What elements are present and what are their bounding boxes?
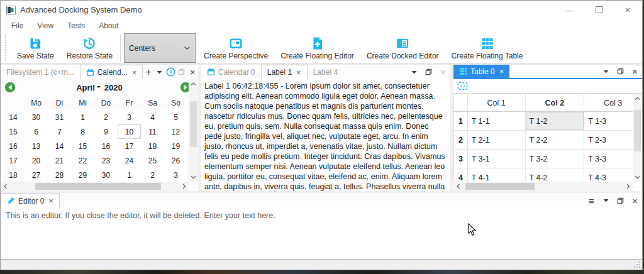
calendar-day-28[interactable]: 28	[48, 168, 71, 182]
row-header-3[interactable]: 3	[454, 150, 468, 168]
calendar-day-24[interactable]: 24	[118, 153, 141, 168]
close-tab-icon[interactable]: ×	[296, 68, 301, 77]
scrollbar-thumb[interactable]	[35, 183, 161, 190]
calendar-day-12[interactable]: 12	[164, 124, 187, 139]
perspective-select[interactable]: Centers	[124, 33, 196, 63]
resize-grip[interactable]	[633, 260, 641, 268]
calendar-dock-tab-filesystem-1-c-m[interactable]: Filesystem 1 (c+m...	[1, 65, 80, 79]
menu-file[interactable]: File	[6, 20, 29, 31]
calendar-day-30[interactable]: 30	[94, 168, 118, 182]
calendar-day-23[interactable]: 23	[94, 153, 118, 168]
calendar-horizontal-scrollbar[interactable]	[1, 182, 189, 191]
calendar-day-7[interactable]: 7	[48, 124, 71, 139]
calendar-day-25[interactable]: 25	[141, 153, 164, 168]
table-cell-t-3-2[interactable]: T 3-2	[525, 150, 584, 168]
create-perspective-button[interactable]: Create Perspective	[197, 33, 274, 63]
close-tab-icon[interactable]: ×	[132, 68, 137, 77]
close-button[interactable]: ×	[613, 1, 642, 19]
calendar-day-30[interactable]: 30	[25, 110, 48, 124]
label-dock-tab-label-1[interactable]: Label 1×	[261, 65, 308, 79]
data-table[interactable]: Col 1Col 2Col 3 1T 1-1T 1-2T 1-32T 2-1T …	[453, 94, 642, 187]
table-cell-t-2-1[interactable]: T 2-1	[467, 131, 525, 150]
prev-month-button[interactable]	[4, 82, 16, 93]
calendar-day-16[interactable]: 16	[94, 139, 118, 153]
close-tab-icon[interactable]: ×	[48, 196, 53, 206]
close-dock-button[interactable]: ×	[187, 65, 198, 79]
calendar-day-9[interactable]: 9	[94, 124, 118, 139]
editor-dock-tab-editor-0[interactable]: Editor 0×	[1, 193, 60, 208]
row-header-2[interactable]: 2	[454, 131, 468, 150]
table-cell-t-3-1[interactable]: T 3-1	[467, 150, 525, 168]
float-dock-button[interactable]	[613, 65, 628, 78]
calendar-year[interactable]: 2020	[104, 83, 123, 92]
calendar-day-13[interactable]: 13	[25, 139, 48, 153]
select-cells-icon[interactable]	[457, 82, 468, 90]
create-floating-editor-button[interactable]: Create Floating Editor	[274, 33, 360, 63]
menu-about[interactable]: About	[93, 20, 124, 31]
table-dock-tab-table-0[interactable]: Table 0×	[453, 65, 509, 78]
calendar-day-11[interactable]: 11	[141, 124, 164, 139]
scroll-right-icon[interactable]	[179, 182, 189, 191]
calendar-day-18[interactable]: 18	[141, 139, 164, 153]
scroll-left-icon[interactable]	[453, 182, 463, 191]
scroll-down-icon[interactable]	[189, 172, 198, 182]
help-button[interactable]: ?	[165, 65, 176, 79]
table-horizontal-scrollbar[interactable]	[453, 182, 633, 191]
editor-textarea[interactable]: This is an editor. If you close the edit…	[1, 208, 642, 259]
float-dock-button[interactable]	[421, 65, 436, 79]
calendar-vertical-scrollbar[interactable]	[189, 79, 198, 182]
calendar-day-26[interactable]: 26	[164, 153, 187, 168]
calendar-day-2[interactable]: 2	[141, 168, 164, 182]
scrollbar-thumb[interactable]	[190, 101, 197, 147]
calendar-day-21[interactable]: 21	[48, 153, 71, 168]
scroll-right-icon[interactable]	[623, 182, 633, 191]
menu-view[interactable]: View	[31, 20, 59, 31]
calendar-day-15[interactable]: 15	[71, 139, 94, 153]
calendar-day-10[interactable]: 10	[118, 124, 141, 139]
create-docked-editor-button[interactable]: Create Docked Editor	[360, 33, 445, 63]
create-floating-table-button[interactable]: Create Floating Table	[445, 33, 530, 63]
table-vertical-scrollbar[interactable]	[633, 94, 642, 182]
tabs-menu-button[interactable]	[407, 65, 421, 79]
scroll-up-icon[interactable]	[189, 79, 198, 89]
calendar-day-22[interactable]: 22	[71, 153, 94, 168]
table-cell-t-2-2[interactable]: T 2-2	[525, 131, 584, 150]
calendar-day-1[interactable]: 1	[118, 168, 141, 182]
toolbar-grip[interactable]	[5, 35, 9, 61]
calendar-day-27[interactable]: 27	[25, 168, 48, 182]
calendar-day-1[interactable]: 1	[71, 110, 94, 124]
scroll-left-icon[interactable]	[1, 182, 10, 191]
calendar-dock-tab-calend[interactable]: Calend...×	[80, 65, 143, 79]
close-dock-button[interactable]: ×	[628, 193, 642, 208]
scroll-down-icon[interactable]	[633, 172, 642, 182]
calendar-day-3[interactable]: 3	[118, 110, 141, 124]
close-tab-icon[interactable]: ×	[499, 67, 504, 76]
row-header-1[interactable]: 1	[454, 112, 468, 131]
column-header-col-1[interactable]: Col 1	[467, 94, 525, 112]
calendar-day-19[interactable]: 19	[164, 139, 187, 153]
calendar-day-8[interactable]: 8	[71, 124, 94, 139]
tabs-menu-button[interactable]	[599, 193, 613, 208]
label-dock-tab-label-4[interactable]: Label 4	[308, 65, 343, 79]
float-dock-button[interactable]	[176, 65, 187, 79]
restore-state-button[interactable]: Restore State	[60, 33, 119, 63]
close-dock-button[interactable]: ×	[436, 65, 450, 79]
calendar-month-year[interactable]: April2020	[1, 83, 198, 92]
dock-menu-button[interactable]: ≡	[584, 193, 599, 208]
menu-tests[interactable]: Tests	[62, 20, 91, 31]
scroll-up-icon[interactable]	[633, 94, 642, 103]
table-cell-t-1-2[interactable]: T 1-2	[525, 112, 584, 131]
calendar-day-20[interactable]: 20	[25, 153, 48, 168]
calendar-day-3[interactable]: 3	[164, 168, 187, 182]
calendar-day-17[interactable]: 17	[118, 139, 141, 153]
calendar-day-14[interactable]: 14	[48, 139, 71, 153]
calendar-month[interactable]: April	[76, 83, 95, 92]
tabs-menu-button[interactable]	[154, 65, 165, 79]
calendar-day-5[interactable]: 5	[164, 110, 187, 124]
scrollbar-thumb[interactable]	[634, 110, 641, 151]
minimize-button[interactable]: —	[555, 1, 584, 19]
save-state-button[interactable]: Save State	[11, 33, 60, 63]
calendar-day-4[interactable]: 4	[141, 110, 164, 124]
calendar-day-2[interactable]: 2	[94, 110, 118, 124]
calendar-day-31[interactable]: 31	[48, 110, 71, 124]
